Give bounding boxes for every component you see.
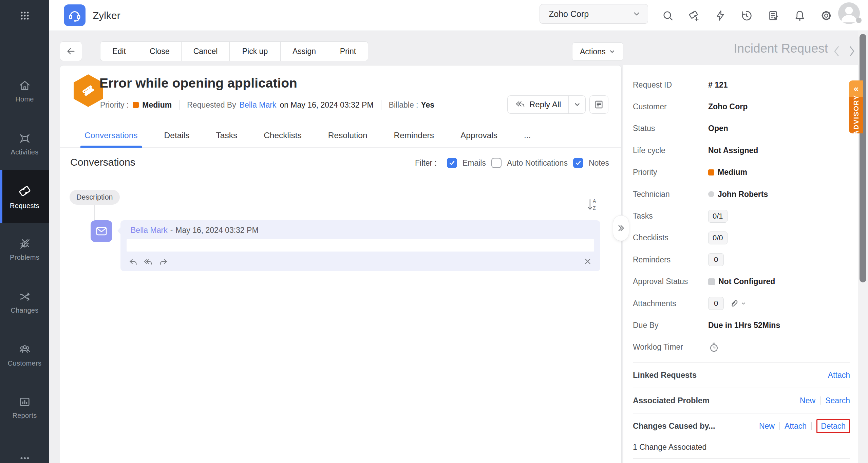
svg-text:Z: Z bbox=[593, 205, 596, 211]
property-row-approval-status: Approval Status Not Configured bbox=[633, 271, 858, 293]
tab-resolution[interactable]: Resolution bbox=[328, 123, 367, 148]
property-label: Tasks bbox=[633, 211, 708, 221]
collapse-panel-button[interactable] bbox=[613, 215, 629, 241]
detach-link[interactable]: Detach bbox=[821, 422, 846, 430]
notes-checkbox[interactable] bbox=[573, 158, 583, 168]
assign-button[interactable]: Assign bbox=[281, 41, 328, 61]
previous-record-button[interactable] bbox=[831, 43, 843, 59]
property-value: Open bbox=[708, 124, 728, 133]
reminders-count-badge: 0 bbox=[708, 253, 724, 266]
close-icon[interactable] bbox=[583, 257, 592, 266]
property-row-customer: Customer Zoho Corp bbox=[633, 96, 858, 117]
stopwatch-icon[interactable] bbox=[708, 341, 720, 353]
history-button[interactable] bbox=[737, 0, 756, 31]
next-record-button[interactable] bbox=[846, 43, 858, 59]
priority-color-square bbox=[133, 102, 139, 108]
technician-avatar-dot bbox=[708, 191, 714, 197]
sidebar-item-problems[interactable]: Problems bbox=[0, 237, 49, 261]
close-request-button[interactable]: Close bbox=[138, 41, 182, 61]
attach-link[interactable]: Attach bbox=[785, 422, 807, 431]
edit-button[interactable]: Edit bbox=[100, 41, 138, 61]
sidebar-item-customers[interactable]: Customers bbox=[0, 342, 49, 367]
advisory-tab[interactable]: « ADVISORY bbox=[849, 80, 863, 133]
quick-actions-button[interactable] bbox=[711, 0, 730, 31]
change-associated-note: 1 Change Associated bbox=[633, 439, 858, 456]
property-label: Approval Status bbox=[633, 277, 708, 286]
auto-notifications-checkbox[interactable] bbox=[491, 158, 502, 168]
message-sender-link[interactable]: Bella Mark bbox=[131, 226, 168, 235]
requester-link[interactable]: Bella Mark bbox=[240, 100, 277, 110]
tab-more[interactable]: ... bbox=[524, 123, 531, 148]
print-button[interactable]: Print bbox=[328, 41, 368, 61]
sidebar-item-reports[interactable]: Reports bbox=[0, 395, 49, 420]
chevron-down-icon bbox=[609, 48, 616, 55]
forward-icon[interactable] bbox=[158, 258, 168, 267]
linked-requests-section: Linked Requests Attach bbox=[633, 363, 850, 388]
bug-icon bbox=[18, 237, 31, 250]
reply-icon[interactable] bbox=[129, 258, 138, 267]
survey-check-icon bbox=[767, 10, 779, 22]
emails-checkbox[interactable] bbox=[447, 158, 457, 168]
reply-all-button[interactable]: Reply All bbox=[508, 96, 568, 113]
incident-hexagon-badge bbox=[74, 74, 103, 107]
lightning-icon bbox=[715, 10, 726, 21]
paperclip-icon bbox=[729, 298, 739, 309]
email-entry-badge bbox=[91, 220, 112, 242]
property-value: Zoho Corp bbox=[708, 102, 748, 111]
property-row-tasks: Tasks 0/1 bbox=[633, 205, 858, 227]
sidebar-item-requests[interactable]: Requests bbox=[0, 170, 49, 223]
notifications-button[interactable] bbox=[790, 0, 809, 31]
advisory-label: ADVISORY bbox=[852, 95, 860, 135]
sort-order-button[interactable]: A Z bbox=[586, 197, 600, 212]
settings-button[interactable] bbox=[817, 0, 836, 31]
pickup-button[interactable]: Pick up bbox=[230, 41, 281, 61]
reply-all-icon[interactable] bbox=[144, 258, 153, 267]
actions-menu-button[interactable]: Actions bbox=[572, 42, 623, 61]
tab-tasks[interactable]: Tasks bbox=[216, 123, 238, 148]
tab-conversations[interactable]: Conversations bbox=[84, 123, 138, 148]
tasks-count-badge: 0/1 bbox=[708, 210, 728, 223]
property-label: Request ID bbox=[633, 80, 708, 90]
sidebar-label: Problems bbox=[10, 254, 39, 261]
tab-checklists[interactable]: Checklists bbox=[264, 123, 302, 148]
tab-reminders[interactable]: Reminders bbox=[394, 123, 434, 148]
conversations-heading: Conversations bbox=[70, 156, 135, 168]
sidebar-item-more[interactable]: More bbox=[0, 452, 49, 463]
cancel-button[interactable]: Cancel bbox=[182, 41, 230, 61]
back-button[interactable] bbox=[60, 41, 82, 61]
tab-details[interactable]: Details bbox=[164, 123, 190, 148]
history-icon bbox=[740, 9, 753, 22]
reply-options-caret[interactable] bbox=[568, 96, 585, 113]
sidebar-item-activities[interactable]: Activities bbox=[0, 132, 49, 156]
search-link[interactable]: Search bbox=[825, 396, 850, 405]
request-meta: Priority : Medium Requested By Bella Mar… bbox=[100, 100, 434, 110]
add-attachment-button[interactable] bbox=[729, 298, 746, 309]
sidebar-label: Requests bbox=[10, 202, 39, 210]
billable-label: Billable : bbox=[389, 100, 418, 110]
add-note-button[interactable] bbox=[589, 95, 608, 114]
new-link[interactable]: New bbox=[800, 396, 815, 405]
requested-by-label: Requested By bbox=[187, 100, 236, 110]
sidebar-item-home[interactable]: Home bbox=[0, 79, 49, 103]
chevron-down-icon bbox=[632, 10, 641, 18]
sidebar-item-changes[interactable]: Changes bbox=[0, 290, 49, 314]
search-button[interactable] bbox=[658, 0, 677, 31]
advisory-expand-button[interactable]: « bbox=[849, 80, 863, 97]
org-selector[interactable]: Zoho Corp bbox=[540, 4, 648, 24]
meta-divider bbox=[179, 100, 180, 110]
property-value: Not Assigned bbox=[708, 146, 758, 155]
property-value: Medium bbox=[718, 168, 747, 177]
apps-grid-button[interactable] bbox=[0, 0, 49, 31]
request-type-title: Incident Request bbox=[692, 41, 828, 56]
add-request-button[interactable] bbox=[684, 0, 703, 31]
property-label: Attachments bbox=[633, 299, 708, 308]
attachments-count-badge: 0 bbox=[708, 297, 724, 310]
feedback-survey-button[interactable] bbox=[764, 0, 783, 31]
scrollbar-thumb[interactable] bbox=[860, 34, 866, 282]
attach-link[interactable]: Attach bbox=[828, 371, 850, 380]
detail-tabs: Conversations Details Tasks Checklists R… bbox=[60, 123, 621, 148]
advisory-body: ADVISORY bbox=[849, 97, 863, 133]
tab-approvals[interactable]: Approvals bbox=[460, 123, 497, 148]
property-row-reminders: Reminders 0 bbox=[633, 249, 858, 271]
new-link[interactable]: New bbox=[759, 422, 775, 431]
